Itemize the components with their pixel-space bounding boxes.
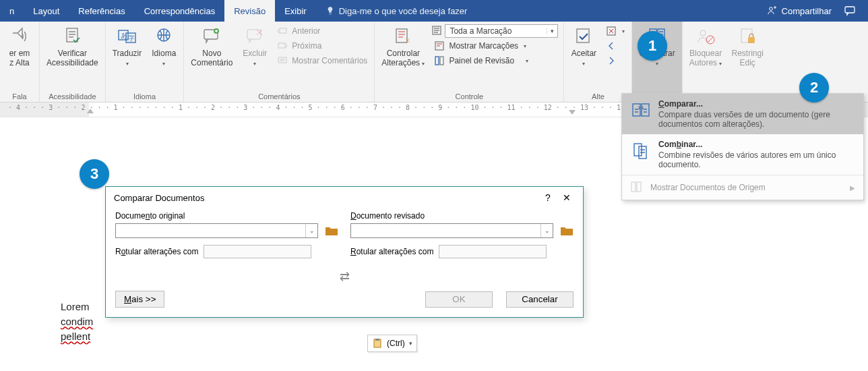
check-accessibility-button[interactable]: Verificar Acessibilidade	[44, 24, 101, 69]
menu-item-combine-title: Combinar...	[658, 140, 855, 149]
tab-layout[interactable]: Layout	[24, 0, 69, 22]
previous-change-button[interactable]	[603, 39, 627, 53]
block-authors-button[interactable]: Bloquear Autores ▾	[687, 24, 725, 70]
menu-item-combine-desc: Combine revisões de vários autores em um…	[658, 150, 855, 169]
svg-rect-11	[280, 28, 286, 33]
accept-icon	[574, 26, 594, 47]
group-speech: er emz Alta Fala	[0, 22, 40, 102]
ok-button[interactable]: OK	[425, 291, 493, 308]
menu-item-compare-desc: Compare duas versões de um documento (ge…	[658, 110, 855, 129]
more-options-button[interactable]: Mais >>	[115, 291, 164, 308]
label-changes-original-input[interactable]	[204, 245, 311, 258]
svg-rect-17	[435, 57, 439, 65]
tab-mailings[interactable]: Correspondências	[135, 0, 225, 22]
tab-view[interactable]: Exibir	[275, 0, 316, 22]
revised-document-combo[interactable]: ⌄	[350, 223, 553, 238]
group-changes-label: Alte	[568, 91, 627, 101]
svg-rect-30	[642, 104, 649, 116]
cancel-button[interactable]: Cancelar	[506, 291, 574, 308]
group-changes: Aceitar▾ ▾ Alte	[564, 22, 632, 102]
chevron-down-icon: ▾	[547, 28, 557, 34]
right-indent-marker[interactable]	[569, 110, 576, 115]
translate-button[interactable]: あ字 Traduzir▾	[110, 24, 145, 70]
group-comments-label: Comentários	[188, 91, 370, 101]
svg-rect-18	[440, 57, 443, 65]
show-markup-icon	[434, 40, 445, 51]
delete-comment-button[interactable]: Excluir▾	[239, 24, 270, 70]
svg-text:あ: あ	[121, 32, 127, 39]
display-for-review-dropdown[interactable]: Toda a Marcação ▾	[445, 24, 558, 38]
combine-docs-icon	[631, 140, 651, 161]
ribbon-tab-strip: n Layout Referências Correspondências Re…	[0, 0, 868, 22]
original-document-combo[interactable]: ⌄	[115, 223, 318, 238]
revised-document-label: Documento revisado	[350, 211, 574, 221]
translate-icon: あ字	[117, 26, 137, 47]
tab-references[interactable]: Referências	[69, 0, 134, 22]
chevron-down-icon: ⌄	[540, 224, 553, 237]
svg-rect-28	[375, 339, 379, 341]
svg-rect-14	[396, 29, 407, 42]
svg-rect-1	[845, 7, 855, 13]
dialog-close-button[interactable]: ✕	[557, 192, 576, 203]
reject-button[interactable]: ▾	[603, 24, 627, 38]
dialog-help-button[interactable]: ?	[538, 192, 557, 203]
browse-revised-button[interactable]	[560, 225, 574, 237]
show-comments-button[interactable]: Mostrar Comentários	[274, 54, 370, 67]
track-changes-button[interactable]: Controlar Alterações ▾	[379, 24, 427, 70]
next-comment-button[interactable]: Próxima	[274, 39, 370, 53]
tab-review[interactable]: Revisão	[224, 0, 275, 22]
restrict-editing-button[interactable]: Restringi Ediç	[728, 24, 766, 69]
group-tracking: Controlar Alterações ▾ Toda a Marcação ▾…	[375, 22, 564, 102]
label-changes-revised-input[interactable]	[439, 245, 547, 258]
group-language-label: Idioma	[110, 91, 180, 101]
callout-badge-3: 3	[80, 159, 109, 189]
chevron-right-icon: ▶	[850, 184, 855, 192]
show-comments-icon	[277, 55, 288, 66]
delete-comment-icon	[245, 26, 265, 47]
speaker-icon	[9, 26, 30, 47]
label-changes-revised-label: Rotular alterações com	[350, 247, 433, 256]
accept-button[interactable]: Aceitar▾	[568, 24, 599, 70]
tell-me-search[interactable]: Diga-me o que você deseja fazer	[316, 6, 477, 16]
browse-original-button[interactable]	[325, 225, 338, 237]
next-comment-icon	[277, 40, 288, 51]
svg-rect-19	[577, 29, 589, 42]
callout-badge-2: 2	[799, 73, 829, 103]
menu-item-compare[interactable]: Comparar... Compare duas versões de um d…	[622, 94, 863, 134]
next-change-button[interactable]	[603, 54, 627, 67]
ribbon-body: er emz Alta Fala Verificar Acessibilidad…	[0, 22, 868, 103]
person-share-icon	[767, 5, 778, 16]
new-comment-icon	[202, 26, 222, 47]
display-for-review-icon	[431, 25, 442, 36]
menu-item-combine[interactable]: Combinar... Combine revisões de vários a…	[622, 134, 863, 175]
accessibility-check-icon	[62, 26, 82, 47]
feedback-icon[interactable]	[844, 5, 856, 17]
track-changes-icon	[393, 26, 413, 47]
reviewing-pane-button[interactable]: Painel de Revisão ▾	[431, 54, 559, 67]
prev-comment-button[interactable]: Anterior	[274, 24, 370, 38]
tab-partial[interactable]: n	[0, 0, 24, 22]
read-aloud-button[interactable]: er emz Alta	[4, 24, 35, 69]
chevron-down-icon: ▾	[409, 340, 412, 347]
block-authors-icon	[695, 26, 716, 47]
display-for-review-value: Toda a Marcação	[445, 26, 547, 36]
swap-documents-button[interactable]: ⇄	[106, 265, 583, 284]
group-comments: Novo Comentário Excluir▾ Anterior Próxim…	[184, 22, 375, 102]
share-label: Compartilhar	[782, 6, 832, 16]
restrict-editing-icon	[737, 26, 757, 47]
source-docs-icon	[630, 181, 642, 193]
new-comment-button[interactable]: Novo Comentário	[188, 24, 235, 69]
reject-icon	[606, 26, 617, 36]
paste-options-button[interactable]: (Ctrl) ▾	[367, 335, 417, 352]
svg-rect-26	[748, 37, 755, 43]
menu-item-compare-title: Comparar...	[658, 99, 855, 109]
language-button[interactable]: Idioma▾	[148, 24, 179, 70]
show-markup-button[interactable]: Mostrar Marcações▾	[431, 39, 559, 53]
callout-badge-1: 1	[638, 31, 667, 61]
group-accessibility-label: Acessibilidade	[44, 91, 101, 101]
share-button[interactable]: Compartilhar	[767, 5, 832, 16]
svg-rect-29	[633, 104, 640, 116]
indent-marker[interactable]	[87, 109, 94, 113]
svg-rect-13	[278, 57, 286, 63]
svg-rect-10	[247, 30, 261, 39]
